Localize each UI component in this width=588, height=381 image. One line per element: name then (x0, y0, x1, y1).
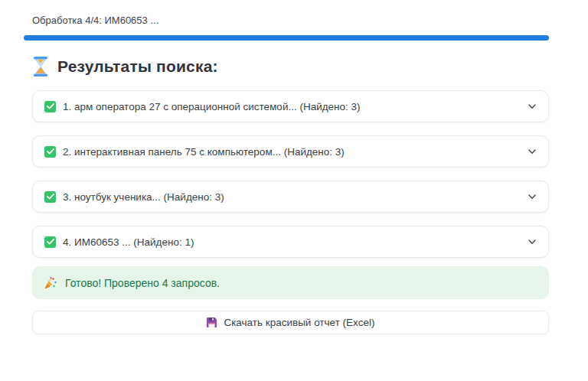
expander-label: 2. интерактивная панель 75 с компьютером… (63, 146, 345, 158)
expander-result-2[interactable]: 2. интерактивная панель 75 с компьютером… (32, 135, 549, 168)
check-icon (44, 101, 56, 112)
page-title: Результаты поиска: (32, 57, 218, 77)
chevron-down-icon (528, 237, 537, 246)
chevron-down-icon (528, 147, 537, 156)
success-alert: Готово! Проверено 4 запросов. (32, 266, 549, 299)
expander-label: 4. ИМ60653 ... (Найдено: 1) (63, 236, 194, 248)
check-icon (44, 146, 56, 158)
expander-result-3[interactable]: 3. ноутбук ученика... (Найдено: 3) (32, 181, 549, 213)
chevron-down-icon (528, 102, 537, 111)
app-page: Обработка 4/4: ИМ60653 ... Результаты по… (0, 0, 588, 381)
expander-label: 1. арм оператора 27 с операционной систе… (63, 101, 361, 112)
save-icon (206, 317, 217, 328)
page-title-text: Результаты поиска: (57, 57, 218, 76)
expander-result-1[interactable]: 1. арм оператора 27 с операционной систе… (32, 90, 549, 122)
expander-label: 3. ноутбук ученика... (Найдено: 3) (63, 191, 224, 203)
success-alert-text: Готово! Проверено 4 запросов. (65, 277, 220, 289)
check-icon (44, 191, 56, 203)
progress-bar (24, 35, 549, 41)
check-icon (44, 236, 56, 248)
chevron-down-icon (528, 192, 537, 201)
download-report-button[interactable]: Скачать красивый отчет (Excel) (32, 311, 549, 334)
expander-result-4[interactable]: 4. ИМ60653 ... (Найдено: 1) (32, 226, 549, 258)
party-popper-icon (44, 276, 57, 290)
download-report-label: Скачать красивый отчет (Excel) (224, 317, 374, 328)
progress-status-text: Обработка 4/4: ИМ60653 ... (32, 15, 158, 26)
hourglass-icon (32, 57, 49, 77)
